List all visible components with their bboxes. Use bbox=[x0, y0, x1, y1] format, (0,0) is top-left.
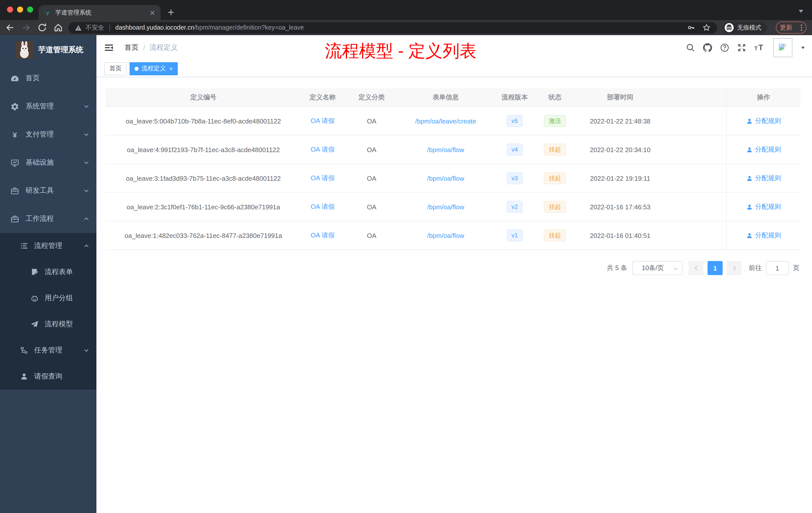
definition-name-link[interactable]: OA 请假 bbox=[311, 174, 335, 183]
forward-button[interactable] bbox=[21, 23, 31, 33]
svg-text:¥: ¥ bbox=[13, 130, 17, 139]
sidebar-menu: 首页系统管理¥支付管理基础设施研发工具工作流程 bbox=[0, 64, 96, 233]
tag-close-icon[interactable]: × bbox=[169, 65, 173, 71]
sidebar-subitem-label: 任务管理 bbox=[34, 346, 62, 355]
current-page-button[interactable]: 1 bbox=[707, 261, 723, 275]
help-icon[interactable] bbox=[720, 43, 729, 52]
password-key-icon[interactable] bbox=[687, 24, 695, 32]
sidebar-item-label: 工作流程 bbox=[26, 214, 54, 223]
sidebar-logo[interactable]: 芋道管理系统 bbox=[0, 35, 96, 64]
form-pen-icon bbox=[31, 268, 39, 276]
definition-category: OA bbox=[344, 193, 399, 221]
status-badge: 挂起 bbox=[544, 201, 566, 213]
sidebar-subitem-label: 流程表单 bbox=[45, 268, 73, 277]
form-info-link[interactable]: /bpm/oa/flow bbox=[427, 232, 464, 239]
window-close-button[interactable] bbox=[7, 6, 13, 12]
table-row-1: oa_leave:4:991f2193-7b7f-11ec-a3c8-acde4… bbox=[106, 135, 801, 164]
dashboard-icon bbox=[10, 74, 19, 83]
sidebar-subitem-robot-2[interactable]: 用户分组 bbox=[0, 285, 96, 311]
sidebar-subitem-label: 请假查询 bbox=[34, 372, 62, 381]
sidebar-item-label: 首页 bbox=[26, 74, 40, 83]
sidebar-item-dashboard-0[interactable]: 首页 bbox=[0, 64, 96, 92]
browser-menu-icon[interactable] bbox=[801, 24, 803, 31]
gear-icon bbox=[10, 102, 19, 111]
bookmark-star-icon[interactable] bbox=[702, 24, 710, 32]
version-badge: v2 bbox=[506, 201, 523, 213]
definition-name-link[interactable]: OA 请假 bbox=[311, 202, 335, 211]
page-annotation: 流程模型 - 定义列表 bbox=[325, 42, 476, 60]
reload-button[interactable] bbox=[37, 23, 47, 33]
main-content: 定义编号定义名称定义分类表单信息流程版本状态部署时间操作 oa_leave:5:… bbox=[96, 78, 812, 513]
tag-0[interactable]: 首页 bbox=[105, 62, 126, 75]
browser-update-button[interactable]: 更新 bbox=[776, 22, 807, 34]
address-bar[interactable]: 不安全 dashboard.yudao.iocoder.cn/bpm/manag… bbox=[68, 22, 717, 33]
version-badge: v1 bbox=[506, 230, 523, 241]
home-button[interactable] bbox=[53, 23, 63, 33]
form-info-link[interactable]: /bpm/oa/flow bbox=[427, 203, 464, 211]
form-info-link[interactable]: /bpm/oa/flow bbox=[427, 175, 464, 182]
github-icon[interactable] bbox=[703, 43, 712, 52]
divider bbox=[109, 24, 110, 31]
security-label[interactable]: 不安全 bbox=[85, 23, 104, 32]
deploy-time: 2022-01-22 19:19:11 bbox=[573, 164, 668, 192]
select-caret-icon bbox=[673, 266, 678, 272]
user-menu-caret-icon[interactable] bbox=[801, 46, 806, 50]
tags-view-bar: 首页流程定义× bbox=[96, 60, 812, 77]
back-button[interactable] bbox=[5, 23, 15, 33]
definition-name-link[interactable]: OA 请假 bbox=[311, 117, 335, 125]
update-label[interactable]: 更新 bbox=[780, 23, 792, 32]
sidebar-subitem-form-pen-1[interactable]: 流程表单 bbox=[0, 259, 96, 285]
assign-rule-button[interactable]: 分配规则 bbox=[746, 202, 781, 211]
sidebar-subitem-send-3[interactable]: 流程模型 bbox=[0, 311, 96, 337]
security-warning-icon[interactable] bbox=[75, 24, 82, 31]
assign-rule-button[interactable]: 分配规则 bbox=[746, 145, 781, 154]
breadcrumb-current: 流程定义 bbox=[150, 43, 178, 52]
column-header-6: 部署时间 bbox=[573, 88, 668, 107]
toolbox-icon bbox=[10, 186, 19, 195]
definition-name-link[interactable]: OA 请假 bbox=[311, 145, 335, 154]
next-page-button[interactable] bbox=[727, 261, 742, 275]
sidebar-item-toolbox-5[interactable]: 工作流程 bbox=[0, 205, 96, 233]
tab-close-icon[interactable] bbox=[149, 9, 156, 16]
form-info-link[interactable]: /bpm/oa/leave/create bbox=[415, 117, 476, 125]
form-info-link[interactable]: /bpm/oa/flow bbox=[427, 146, 464, 153]
sidebar-item-label: 研发工具 bbox=[26, 186, 54, 195]
sidebar-subitem-label: 用户分组 bbox=[45, 294, 73, 303]
page-size-select[interactable]: 10条/页 bbox=[632, 261, 683, 275]
window-minimize-button[interactable] bbox=[17, 6, 23, 12]
url-path: /bpm/manager/definition?key=oa_leave bbox=[194, 24, 304, 31]
table-body: oa_leave:5:004b710b-7b8a-11ec-8ef0-acde4… bbox=[106, 107, 801, 250]
tag-1[interactable]: 流程定义× bbox=[129, 62, 178, 75]
url-host: dashboard.yudao.iocoder.cn bbox=[115, 24, 194, 31]
browser-tab[interactable]: 芋道管理系统 bbox=[39, 5, 161, 20]
fullscreen-icon[interactable] bbox=[737, 43, 746, 52]
user-avatar[interactable] bbox=[773, 38, 792, 57]
window-zoom-button[interactable] bbox=[27, 6, 33, 12]
goto-page-input[interactable] bbox=[766, 261, 789, 275]
font-size-icon[interactable]: TT bbox=[754, 43, 765, 52]
assign-rule-button[interactable]: 分配规则 bbox=[746, 231, 781, 240]
assign-rule-button[interactable]: 分配规则 bbox=[746, 117, 781, 125]
definition-name-link[interactable]: OA 请假 bbox=[311, 231, 335, 240]
breadcrumb-home[interactable]: 首页 bbox=[124, 43, 139, 52]
search-icon[interactable] bbox=[686, 43, 695, 52]
new-tab-button[interactable] bbox=[167, 8, 175, 16]
sidebar-item-yen-2[interactable]: ¥支付管理 bbox=[0, 120, 96, 149]
assign-rule-button[interactable]: 分配规则 bbox=[746, 174, 781, 183]
tab-search-caret-icon[interactable] bbox=[798, 8, 804, 13]
sidebar-subitem-list-tree-0[interactable]: 流程管理 bbox=[0, 233, 96, 259]
sidebar-item-monitor-3[interactable]: 基础设施 bbox=[0, 149, 96, 177]
definition-id: oa_leave:5:004b710b-7b8a-11ec-8ef0-acde4… bbox=[106, 107, 301, 135]
prev-page-button[interactable] bbox=[689, 261, 703, 275]
sidebar-item-gear-1[interactable]: 系统管理 bbox=[0, 92, 96, 120]
sidebar-subitem-tree-4[interactable]: 任务管理 bbox=[0, 337, 96, 363]
browser-toolbar: 不安全 dashboard.yudao.iocoder.cn/bpm/manag… bbox=[0, 20, 812, 35]
sidebar-subitem-user-5[interactable]: 请假查询 bbox=[0, 363, 96, 390]
column-header-3: 表单信息 bbox=[399, 88, 492, 107]
sidebar-item-toolbox-4[interactable]: 研发工具 bbox=[0, 177, 96, 205]
svg-text:T: T bbox=[754, 45, 758, 52]
chevron-down-icon bbox=[83, 348, 89, 353]
sidebar-collapse-icon[interactable] bbox=[104, 43, 114, 53]
deploy-time: 2022-01-16 01:40:51 bbox=[573, 221, 668, 249]
list-tree-icon bbox=[20, 242, 28, 250]
